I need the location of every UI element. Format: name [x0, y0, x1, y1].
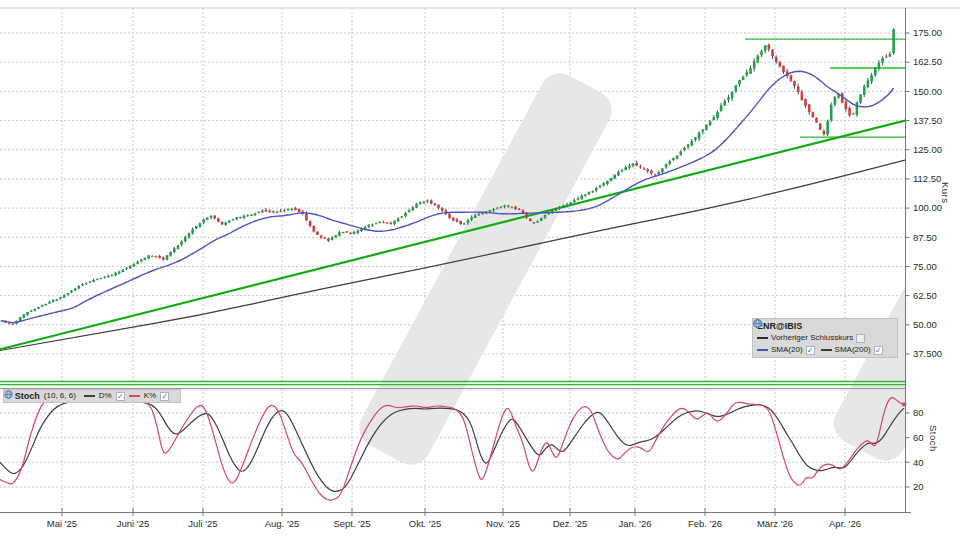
stoch-legend: Stoch (10, 6, 6) D% ✓ K% ✓: [3, 389, 181, 403]
sma20-label: SMA(20): [771, 344, 803, 356]
month-tick-label: Nov. '25: [486, 518, 520, 529]
stoch-d-checkbox[interactable]: ✓: [116, 392, 125, 401]
prev-close-line-sample: [757, 337, 768, 339]
stoch-k-label: K%: [144, 390, 156, 402]
month-tick-label: März '26: [757, 518, 793, 529]
price-tick-label: 175.00: [913, 27, 942, 38]
stoch-k-line-sample: [129, 395, 140, 397]
month-tick-label: Juni '25: [117, 518, 149, 529]
stoch-axis-title: Stoch: [928, 425, 939, 452]
stoch-tick-label: 80: [913, 407, 924, 418]
kurs-axis-title: Kurs: [940, 182, 951, 204]
sma200-checkbox[interactable]: ✓: [874, 346, 883, 355]
month-tick-label: Dez. '25: [553, 518, 588, 529]
sma200-label: SMA(200): [835, 344, 871, 356]
price-tick-label: 75.00: [913, 261, 937, 272]
stoch-tick-label: 20: [913, 481, 924, 492]
chart-window: 175.00162.50150.00137.50125.00112.50100.…: [0, 0, 960, 540]
sma200-line-sample: [821, 349, 832, 351]
month-tick-label: Jan. '26: [619, 518, 652, 529]
prev-close-checkbox[interactable]: ✓: [856, 334, 865, 343]
chart-canvas[interactable]: 175.00162.50150.00137.50125.00112.50100.…: [0, 0, 960, 540]
stoch-d-label: D%: [99, 390, 112, 402]
prev-close-label: Vorheriger Schlusskurs: [771, 332, 853, 344]
month-tick-label: Aug. '25: [265, 518, 300, 529]
stoch-d-line: [0, 401, 904, 491]
price-tick-label: 162.50: [913, 56, 942, 67]
price-tick-label: 125.00: [913, 144, 942, 155]
month-tick-label: Juli '25: [188, 518, 217, 529]
price-tick-label: 62.50: [913, 290, 937, 301]
main-legend: ENR@IBIS Vorheriger Schlusskurs ✓ SMA(20…: [752, 318, 898, 358]
month-tick-label: Okt. '25: [409, 518, 441, 529]
stoch-tick-label: 60: [913, 432, 924, 443]
month-tick-label: Apr. '26: [829, 518, 861, 529]
price-tick-label: 112.50: [913, 173, 941, 184]
month-tick-label: Sept. '25: [333, 518, 370, 529]
price-tick-label: 100.00: [913, 202, 942, 213]
price-tick-label: 137.50: [913, 115, 942, 126]
price-tick-label: 87.50: [913, 232, 937, 243]
sma20-checkbox[interactable]: ✓: [806, 346, 815, 355]
price-tick-label: 50.00: [913, 319, 937, 330]
stoch-k-checkbox[interactable]: ✓: [160, 392, 169, 401]
price-tick-label: 37.500: [913, 348, 942, 359]
month-tick-label: Feb. '26: [688, 518, 722, 529]
stoch-params: (10, 6, 6): [44, 390, 76, 402]
stoch-d-line-sample: [84, 395, 95, 397]
instrument-symbol: ENR@IBIS: [757, 320, 802, 332]
stoch-tick-label: 40: [913, 457, 924, 468]
stoch-title: Stoch: [15, 390, 40, 402]
price-tick-label: 150.00: [913, 86, 942, 97]
sma20-line-sample: [757, 349, 768, 351]
month-tick-label: Mai '25: [47, 518, 77, 529]
